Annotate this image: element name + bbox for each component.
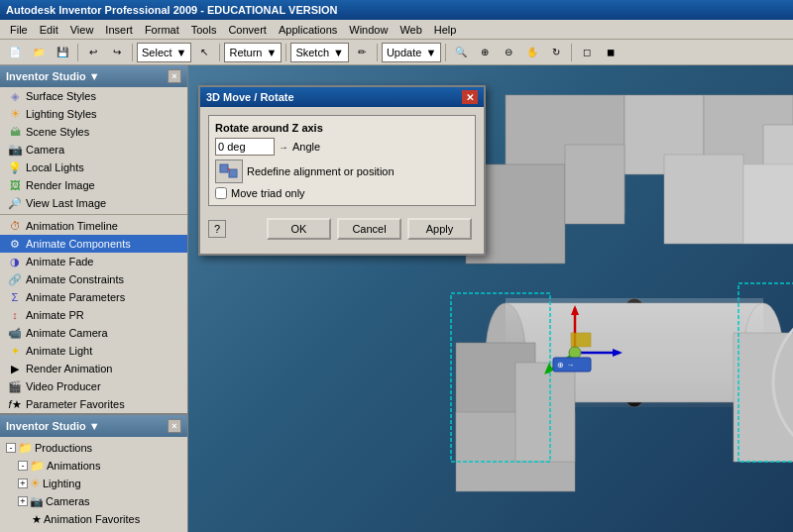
- redo-btn[interactable]: ↪: [106, 42, 128, 63]
- animation-favorites-icon: ★: [32, 513, 42, 526]
- panel-item-view-last-image[interactable]: 🔎 View Last Image: [0, 194, 187, 212]
- svg-rect-7: [743, 164, 793, 244]
- panel-item-render-animation[interactable]: ▶ Render Animation: [0, 360, 187, 377]
- dialog-close-button[interactable]: ✕: [462, 90, 478, 104]
- menu-window[interactable]: Window: [343, 22, 394, 38]
- expand-productions-icon[interactable]: -: [6, 443, 16, 453]
- panel-item-surface-styles[interactable]: ◈ Surface Styles: [0, 87, 187, 105]
- redefine-button[interactable]: [215, 160, 243, 183]
- open-btn[interactable]: 📁: [28, 42, 50, 63]
- panel-item-animate-fade[interactable]: ◑ Animate Fade: [0, 253, 187, 270]
- panel-item-animate-components[interactable]: ⚙ Animate Components: [0, 235, 187, 253]
- menu-view[interactable]: View: [64, 22, 100, 38]
- animate-constraints-icon: 🔗: [8, 272, 22, 286]
- menu-file[interactable]: File: [4, 22, 34, 38]
- undo-btn[interactable]: ↩: [82, 42, 104, 63]
- expand-cameras-icon[interactable]: +: [18, 496, 28, 506]
- help-icon: ?: [214, 223, 220, 235]
- display-btn[interactable]: ◻: [576, 42, 598, 63]
- tree-item-animation-favorites[interactable]: ★ Animation Favorites: [14, 510, 185, 528]
- zoom-out-btn[interactable]: ⊖: [498, 42, 519, 63]
- tree-item-productions[interactable]: - 📁 Productions: [2, 439, 185, 457]
- inventor-studio-header-bottom: Inventor Studio ▼ ×: [0, 415, 187, 437]
- ok-button[interactable]: OK: [267, 218, 331, 240]
- cameras-icon: 📷: [30, 495, 44, 508]
- animation-timeline-label: Animation Timeline: [26, 220, 118, 232]
- cursor-btn[interactable]: ↖: [193, 42, 215, 63]
- sketch-icon-btn[interactable]: ✏: [351, 42, 373, 63]
- dialog-buttons-row: OK Cancel Apply: [263, 214, 476, 244]
- panel-item-render-image[interactable]: 🖼 Render Image: [0, 176, 187, 194]
- panel-item-animation-timeline[interactable]: ⏱ Animation Timeline: [0, 217, 187, 235]
- sep5: [377, 44, 378, 61]
- menu-format[interactable]: Format: [139, 22, 185, 38]
- tree-item-lighting[interactable]: + ☀ Lighting: [14, 475, 185, 492]
- inventor-studio-header-top: Inventor Studio ▼ ×: [0, 65, 187, 87]
- menu-web[interactable]: Web: [394, 22, 427, 38]
- cancel-button[interactable]: Cancel: [337, 218, 401, 240]
- svg-text:⊕ →: ⊕ →: [557, 361, 574, 370]
- panel-item-animate-pr[interactable]: ↕ Animate PR: [0, 306, 187, 324]
- save-btn[interactable]: 💾: [52, 42, 73, 63]
- tree-item-animations[interactable]: - 📁 Animations: [14, 457, 185, 475]
- panel-item-scene-styles[interactable]: 🏔 Scene Styles: [0, 123, 187, 141]
- apply-button[interactable]: Apply: [407, 218, 472, 240]
- scene-styles-label: Scene Styles: [26, 126, 89, 138]
- sep4: [285, 44, 286, 61]
- tree-item-cameras[interactable]: + 📷 Cameras: [14, 492, 185, 510]
- pan-btn[interactable]: ✋: [521, 42, 543, 63]
- panel-close-top[interactable]: ×: [168, 69, 181, 83]
- help-button[interactable]: ?: [208, 220, 226, 238]
- chevron-down-icon: ▼: [176, 47, 187, 58]
- bottom-left-panel: Inventor Studio ▼ × - 📁 Productions - 📁 …: [0, 413, 188, 532]
- sketch-dropdown[interactable]: Sketch ▼: [290, 43, 349, 62]
- menu-edit[interactable]: Edit: [34, 22, 64, 38]
- view-last-label: View Last Image: [26, 197, 106, 209]
- dialog-3d-move-rotate: 3D Move / Rotate ✕ Rotate around Z axis …: [198, 85, 486, 256]
- lighting-tree-icon: ☀: [30, 477, 41, 490]
- zoom-in-btn[interactable]: ⊕: [474, 42, 496, 63]
- move-triad-checkbox[interactable]: [215, 187, 227, 199]
- panel-close-bottom[interactable]: ×: [168, 419, 181, 433]
- select-label: Select: [142, 47, 172, 58]
- menu-insert[interactable]: Insert: [99, 22, 139, 38]
- expand-lighting-icon[interactable]: +: [18, 479, 28, 488]
- shade-btn[interactable]: ◼: [600, 42, 622, 63]
- update-dropdown[interactable]: Update ▼: [382, 43, 441, 62]
- update-label: Update: [387, 47, 421, 58]
- left-panel: Inventor Studio ▼ × ◈ Surface Styles ☀ L…: [0, 65, 188, 532]
- panel-item-parameter-favorites[interactable]: f★ Parameter Favorites: [0, 395, 187, 413]
- menu-tools[interactable]: Tools: [185, 22, 223, 38]
- menu-help[interactable]: Help: [428, 22, 463, 38]
- update-chevron-icon: ▼: [425, 47, 436, 58]
- expand-animations-icon[interactable]: -: [18, 461, 28, 471]
- sketch-label: Sketch: [295, 47, 329, 58]
- video-producer-label: Video Producer: [26, 380, 101, 392]
- view-last-icon: 🔎: [8, 196, 22, 210]
- panel-item-animate-constraints[interactable]: 🔗 Animate Constraints: [0, 270, 187, 288]
- return-dropdown[interactable]: Return ▼: [224, 43, 282, 62]
- panel-item-animate-parameters[interactable]: Σ Animate Parameters: [0, 288, 187, 306]
- panel-item-animate-light[interactable]: ✦ Animate Light: [0, 342, 187, 360]
- menu-applications[interactable]: Applications: [273, 22, 343, 38]
- zoom-fit-btn[interactable]: 🔍: [450, 42, 472, 63]
- menu-convert[interactable]: Convert: [222, 22, 273, 38]
- sep6: [445, 44, 446, 61]
- panel-item-video-producer[interactable]: 🎬 Video Producer: [0, 377, 187, 395]
- svg-rect-17: [734, 333, 793, 462]
- render-image-icon: 🖼: [8, 178, 22, 192]
- angle-input[interactable]: [215, 138, 275, 156]
- panel-item-local-lights[interactable]: 💡 Local Lights: [0, 159, 187, 176]
- parameter-favorites-label: Parameter Favorites: [26, 398, 125, 410]
- panel-item-camera[interactable]: 📷 Camera: [0, 141, 187, 159]
- dialog-title-text: 3D Move / Rotate: [206, 91, 294, 103]
- rotate-btn[interactable]: ↻: [545, 42, 567, 63]
- new-btn[interactable]: 📄: [4, 42, 26, 63]
- animate-components-label: Animate Components: [26, 238, 131, 250]
- panel-item-lighting-styles[interactable]: ☀ Lighting Styles: [0, 105, 187, 123]
- panel-item-animate-camera[interactable]: 📹 Animate Camera: [0, 324, 187, 342]
- animation-timeline-icon: ⏱: [8, 219, 22, 233]
- viewport[interactable]: ⊕ → ▶ 3D Move / Rotate ✕ Rotate around Z…: [188, 65, 793, 532]
- video-producer-icon: 🎬: [8, 379, 22, 393]
- select-dropdown[interactable]: Select ▼: [137, 43, 191, 62]
